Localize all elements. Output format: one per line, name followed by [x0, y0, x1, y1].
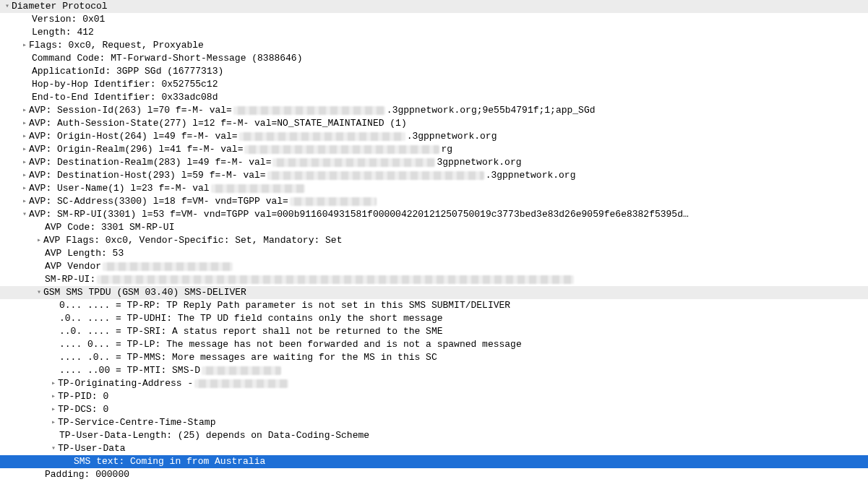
redaction: [97, 275, 574, 284]
gsm-sms-tpdu[interactable]: ▾ GSM SMS TPDU (GSM 03.40) SMS-DELIVER: [0, 286, 868, 299]
avp-origin-realm[interactable]: ▸ AVP: Origin-Realm(296) l=41 f=-M- val=…: [0, 143, 868, 156]
tp-mms[interactable]: .... .0.. = TP-MMS: More messages are wa…: [0, 351, 868, 364]
sms-text: SMS text: Coming in from Australia: [74, 455, 265, 468]
chevron-down-icon[interactable]: ▾: [20, 208, 29, 221]
tp-mti[interactable]: .... ..00 = TP-MTI: SMS-D: [0, 364, 868, 377]
redaction: [244, 145, 439, 154]
chevron-right-icon[interactable]: ▸: [20, 130, 29, 143]
tp-rp[interactable]: 0... .... = TP-RP: TP Reply Path paramet…: [0, 299, 868, 312]
field-flags[interactable]: ▸ Flags: 0xc0, Request, Proxyable: [0, 39, 868, 52]
field-hopbyhop[interactable]: Hop-by-Hop Identifier: 0x52755c12: [0, 78, 868, 91]
redaction: [233, 106, 385, 115]
chevron-right-icon[interactable]: ▸: [49, 390, 58, 403]
avp-auth-session-state[interactable]: ▸ AVP: Auth-Session-State(277) l=12 f=-M…: [0, 117, 868, 130]
chevron-right-icon[interactable]: ▸: [20, 39, 29, 52]
avp-destination-host[interactable]: ▸ AVP: Destination-Host(293) l=59 f=-M- …: [0, 169, 868, 182]
chevron-down-icon[interactable]: ▾: [35, 286, 43, 299]
redaction: [290, 197, 377, 206]
chevron-right-icon[interactable]: ▸: [20, 169, 29, 182]
avp-origin-host[interactable]: ▸ AVP: Origin-Host(264) l=49 f=-M- val= …: [0, 130, 868, 143]
field-command-code[interactable]: Command Code: MT-Forward-Short-Message (…: [0, 52, 868, 65]
chevron-right-icon[interactable]: ▸: [20, 182, 29, 195]
redaction: [103, 262, 233, 271]
tp-dcs[interactable]: ▸ TP-DCS: 0: [0, 403, 868, 416]
tp-originating-address[interactable]: ▸ TP-Originating-Address -: [0, 377, 868, 390]
avp-code[interactable]: AVP Code: 3301 SM-RP-UI: [0, 221, 868, 234]
sms-text-row[interactable]: SMS text: Coming in from Australia: [0, 455, 868, 468]
tp-udl[interactable]: TP-User-Data-Length: (25) depends on Dat…: [0, 429, 868, 442]
root-label: Diameter Protocol: [12, 0, 108, 13]
avp-length[interactable]: AVP Length: 53: [0, 247, 868, 260]
field-endtoend[interactable]: End-to-End Identifier: 0x33adc08d: [0, 91, 868, 104]
chevron-right-icon[interactable]: ▸: [20, 143, 29, 156]
tp-pid[interactable]: ▸ TP-PID: 0: [0, 390, 868, 403]
tp-sri[interactable]: ..0. .... = TP-SRI: A status report shal…: [0, 325, 868, 338]
field-appid[interactable]: ApplicationId: 3GPP SGd (16777313): [0, 65, 868, 78]
redaction: [272, 158, 435, 167]
redaction: [202, 366, 281, 375]
chevron-right-icon[interactable]: ▸: [20, 117, 29, 130]
tp-udhi[interactable]: .0.. .... = TP-UDHI: The TP UD field con…: [0, 312, 868, 325]
chevron-right-icon[interactable]: ▸: [49, 403, 58, 416]
avp-destination-realm[interactable]: ▸ AVP: Destination-Realm(283) l=49 f=-M-…: [0, 156, 868, 169]
chevron-down-icon[interactable]: ▾: [3, 0, 12, 13]
chevron-right-icon[interactable]: ▸: [20, 195, 29, 208]
tp-scts[interactable]: ▸ TP-Service-Centre-Time-Stamp: [0, 416, 868, 429]
redaction: [211, 184, 305, 193]
chevron-down-icon[interactable]: ▾: [49, 442, 58, 455]
chevron-right-icon[interactable]: ▸: [20, 156, 29, 169]
redaction: [194, 379, 288, 388]
avp-user-name[interactable]: ▸ AVP: User-Name(1) l=23 f=-M- val: [0, 182, 868, 195]
chevron-right-icon[interactable]: ▸: [49, 377, 58, 390]
tp-lp[interactable]: .... 0... = TP-LP: The message has not b…: [0, 338, 868, 351]
chevron-right-icon[interactable]: ▸: [35, 234, 43, 247]
field-version[interactable]: Version: 0x01: [0, 13, 868, 26]
redaction: [267, 171, 484, 180]
avp-flags[interactable]: ▸ AVP Flags: 0xc0, Vendor-Specific: Set,…: [0, 234, 868, 247]
padding-field[interactable]: Padding: 000000: [0, 468, 868, 481]
sm-rp-ui-raw[interactable]: SM-RP-UI:: [0, 273, 868, 286]
redaction: [239, 132, 405, 141]
chevron-right-icon[interactable]: ▸: [49, 416, 58, 429]
avp-sc-address[interactable]: ▸ AVP: SC-Address(3300) l=18 f=VM- vnd=T…: [0, 195, 868, 208]
field-length[interactable]: Length: 412: [0, 26, 868, 39]
avp-sm-rp-ui[interactable]: ▾ AVP: SM-RP-UI(3301) l=53 f=VM- vnd=TGP…: [0, 208, 868, 221]
tree-root-diameter[interactable]: ▾ Diameter Protocol: [0, 0, 868, 13]
avp-vendor[interactable]: AVP Vendor: [0, 260, 868, 273]
chevron-right-icon[interactable]: ▸: [20, 104, 29, 117]
avp-session-id[interactable]: ▸ AVP: Session-Id(263) l=70 f=-M- val= .…: [0, 104, 868, 117]
tp-user-data[interactable]: ▾ TP-User-Data: [0, 442, 868, 455]
